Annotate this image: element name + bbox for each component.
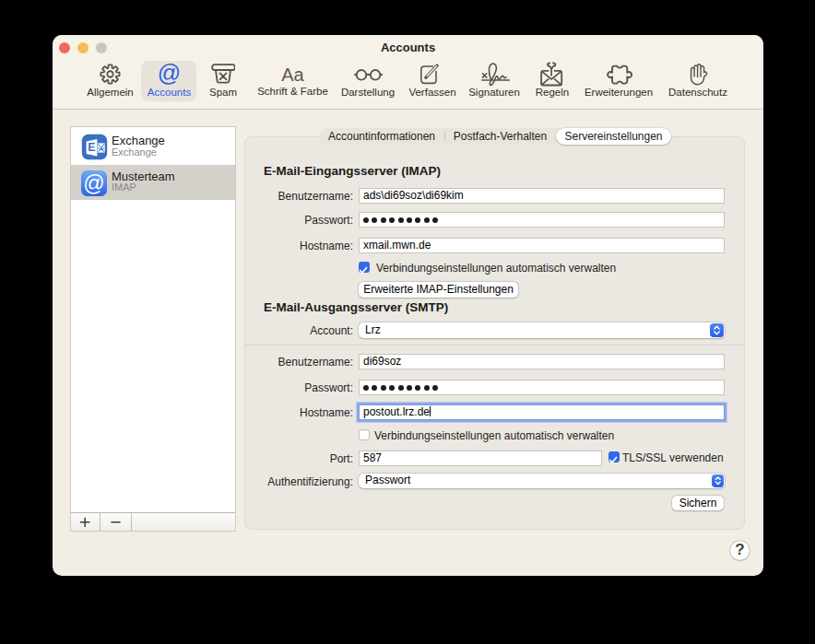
- svg-text:@: @: [83, 171, 104, 195]
- svg-text:E: E: [88, 141, 95, 154]
